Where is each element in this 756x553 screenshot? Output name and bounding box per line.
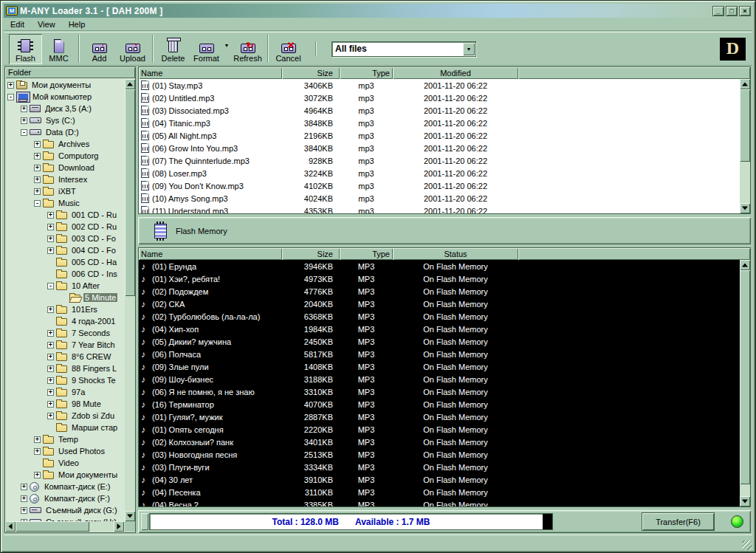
device-row[interactable]: ♪(03) Плуги-вуги3334KBMP3On Flash Memory <box>139 461 740 473</box>
tree-item[interactable]: +Мои документы <box>6 469 124 481</box>
tree-item[interactable]: +Temp <box>6 433 124 445</box>
expand-icon[interactable]: + <box>47 224 54 230</box>
tree-item[interactable]: +Диск 3,5 (A:) <box>6 103 124 114</box>
flash-button[interactable]: Flash <box>9 34 42 64</box>
tree-item[interactable]: +Компакт-диск (E:) <box>6 481 124 492</box>
expand-icon[interactable]: + <box>21 484 27 490</box>
device-row[interactable]: ♪(04) Весна 23385KBMP3On Flash Memory <box>139 498 740 506</box>
add-button[interactable]: ↓Add <box>83 34 116 64</box>
device-row[interactable]: ♪(01) Ерунда3946KBMP3On Flash Memory <box>139 260 740 272</box>
tree-item[interactable]: 005 CD - Ha <box>6 256 124 268</box>
scroll-down-icon[interactable] <box>740 203 750 213</box>
tree-item[interactable]: 4 года-2001 <box>6 315 124 327</box>
format-dropdown-icon[interactable]: ▼ <box>223 43 230 48</box>
tree-item[interactable]: -10 After <box>6 280 124 292</box>
tree-item[interactable]: +9 Shocks Te <box>6 374 124 386</box>
folder-panel-header[interactable]: Folder <box>5 67 135 78</box>
scroll-down-icon[interactable] <box>740 496 750 506</box>
column-header-modified[interactable]: Modified <box>393 67 518 79</box>
expand-icon[interactable]: + <box>34 448 41 455</box>
file-row[interactable]: (02) Untitled.mp33072KBmp32001-11-20 06:… <box>139 92 740 104</box>
tree-item[interactable]: -Music <box>6 197 124 209</box>
device-row[interactable]: ♪(09) Шоу-бизнес3188KBMP3On Flash Memory <box>139 373 740 385</box>
tree-item[interactable]: +001 CD - Ru <box>6 209 124 221</box>
file-row[interactable]: (09) You Don't Know.mp34102KBmp32001-11-… <box>139 179 740 192</box>
device-row[interactable]: ♪(09) Злые пули1408KBMP3On Flash Memory <box>139 360 740 373</box>
tree-item[interactable]: +88 Fingers L <box>6 363 124 374</box>
mmc-button[interactable]: MMC <box>42 34 75 64</box>
expand-icon[interactable]: + <box>47 365 54 372</box>
column-header-type[interactable]: Type <box>340 248 393 260</box>
transfer-button[interactable]: Transfer(F6) <box>642 512 715 531</box>
tree-item[interactable]: 5 Minute <box>6 292 124 303</box>
tree-item[interactable]: +Съемный диск (H:) <box>6 516 124 521</box>
file-list-scroll-thumb[interactable] <box>740 89 750 162</box>
scroll-up-icon[interactable] <box>740 260 750 270</box>
tree-item[interactable]: +Archives <box>6 138 124 150</box>
tree-item[interactable]: +003 CD - Fo <box>6 233 124 244</box>
resize-grip[interactable] <box>742 540 752 550</box>
file-row[interactable]: (04) Titanic.mp33848KBmp32001-11-20 06:2… <box>139 117 740 129</box>
tree-item[interactable]: +7 Year Bitch <box>6 339 124 351</box>
expand-icon[interactable]: + <box>47 212 54 219</box>
expand-icon[interactable]: + <box>34 165 41 171</box>
file-row[interactable]: (08) Loser.mp33224KBmp32001-11-20 06:22 <box>139 167 740 179</box>
format-button[interactable]: Format <box>190 34 223 64</box>
upload-button[interactable]: ↑Upload <box>116 34 149 64</box>
tree-horizontal-scrollbar[interactable] <box>5 521 124 532</box>
tree-vertical-scrollbar[interactable] <box>125 79 135 521</box>
scroll-up-icon[interactable] <box>740 79 750 89</box>
tree-hscroll-thumb[interactable] <box>16 521 89 532</box>
expand-icon[interactable]: + <box>47 236 54 242</box>
expand-icon[interactable]: + <box>34 188 41 195</box>
maximize-button[interactable]: □ <box>726 6 738 16</box>
device-row[interactable]: ♪(03) Новогодняя песня2513KBMP3On Flash … <box>139 448 740 461</box>
device-row[interactable]: ♪(05) Дикии? мужчина2450KBMP3On Flash Me… <box>139 335 740 348</box>
device-row[interactable]: ♪(01) Хэи?, ребята!4973KBMP3On Flash Mem… <box>139 272 740 285</box>
expand-icon[interactable]: + <box>47 306 54 313</box>
device-row[interactable]: ♪(01) Гуляи?, мужик2887KBMP3On Flash Mem… <box>139 411 740 423</box>
tree-item[interactable]: +97a <box>6 386 124 398</box>
device-row[interactable]: ♪(04) 30 лет3910KBMP3On Flash Memory <box>139 473 740 486</box>
tree-item[interactable]: +Download <box>6 162 124 174</box>
expand-icon[interactable]: + <box>34 176 41 183</box>
device-row[interactable]: ♪(06) Полчаса5817KBMP3On Flash Memory <box>139 348 740 360</box>
column-header-name[interactable]: Name <box>139 248 282 260</box>
close-button[interactable]: × <box>739 6 751 16</box>
tree-item[interactable]: +iXBT <box>6 185 124 197</box>
device-row[interactable]: ♪(16) Терминатор4070KBMP3On Flash Memory <box>139 398 740 411</box>
expand-icon[interactable]: + <box>47 401 54 408</box>
file-row[interactable]: (10) Amys Song.mp34024KBmp32001-11-20 06… <box>139 192 740 205</box>
tree-item[interactable]: -Мой компьютер <box>6 91 124 103</box>
file-filter-combobox[interactable]: All files▼ <box>331 41 476 57</box>
file-row[interactable]: (07) The Quinnterlude.mp3928KBmp32001-11… <box>139 154 740 167</box>
expand-icon[interactable]: + <box>34 153 41 159</box>
tree-item[interactable]: +101Ers <box>6 303 124 315</box>
expand-icon[interactable]: + <box>47 377 54 384</box>
file-row[interactable]: (05) All Night.mp32196KBmp32001-11-20 06… <box>139 129 740 142</box>
device-list-scroll-thumb[interactable] <box>740 270 750 484</box>
tree-item[interactable]: +Intersex <box>6 174 124 185</box>
combobox-dropdown-icon[interactable]: ▼ <box>463 43 475 55</box>
expand-icon[interactable]: + <box>21 117 27 124</box>
device-row[interactable]: ♪(02) Подождем4776KBMP3On Flash Memory <box>139 285 740 298</box>
expand-icon[interactable]: + <box>34 436 41 443</box>
tree-scroll-thumb[interactable] <box>125 89 135 296</box>
menu-item-edit[interactable]: Edit <box>4 19 31 30</box>
collapse-icon[interactable]: - <box>7 94 14 100</box>
scroll-left-icon[interactable] <box>5 521 16 532</box>
expand-icon[interactable]: + <box>34 472 41 478</box>
column-header-name[interactable]: Name <box>139 67 282 79</box>
column-header-type[interactable]: Type <box>340 67 393 79</box>
tree-item[interactable]: +Used Photos <box>6 445 124 457</box>
expand-icon[interactable]: + <box>47 342 54 348</box>
expand-icon[interactable]: + <box>47 247 54 254</box>
column-header-size[interactable]: Size <box>282 67 340 79</box>
collapse-icon[interactable]: - <box>47 283 54 289</box>
expand-icon[interactable]: + <box>34 141 41 148</box>
expand-icon[interactable]: + <box>7 82 14 89</box>
column-header-size[interactable]: Size <box>282 248 340 260</box>
device-row[interactable]: ♪(06) Я не помню, я не знаю3310KBMP3On F… <box>139 385 740 398</box>
device-row[interactable]: ♪(02) Колхозныи? панк3401KBMP3On Flash M… <box>139 436 740 448</box>
file-row[interactable]: (01) Stay.mp33406KBmp32001-11-20 06:22 <box>139 79 740 92</box>
